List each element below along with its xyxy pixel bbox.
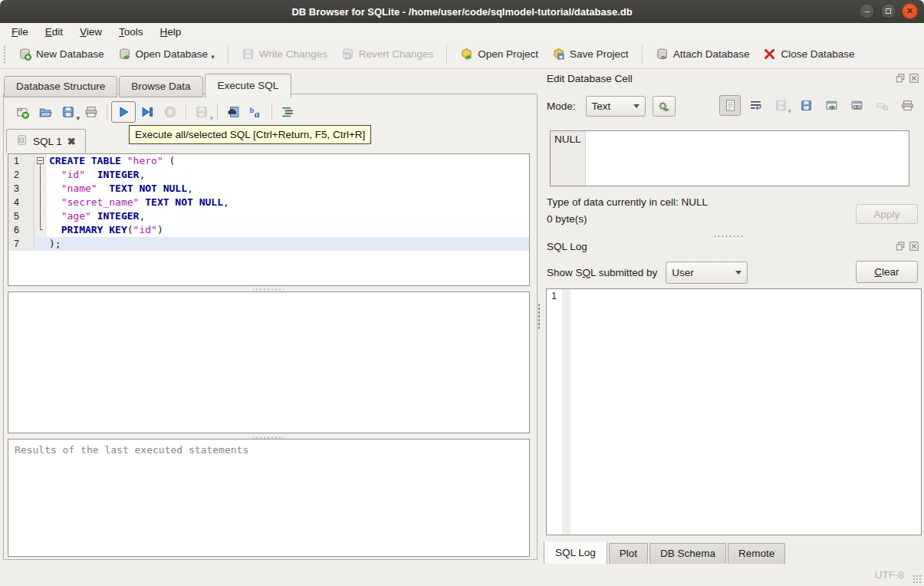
- execute-all-sql-button[interactable]: [111, 101, 136, 123]
- fold-marker[interactable]: [35, 154, 47, 168]
- titlebar[interactable]: DB Browser for SQLite - /home/user/code/…: [0, 0, 924, 23]
- menu-view[interactable]: View: [71, 25, 110, 39]
- toolbar-separator: [217, 104, 218, 120]
- save-as-icon: [800, 99, 813, 112]
- open-project-button[interactable]: Open Project: [453, 44, 545, 64]
- new-database-icon: [18, 48, 31, 61]
- toolbar-drag-handle[interactable]: [3, 45, 7, 64]
- sql-new-tab-icon: [15, 105, 29, 119]
- set-as-null-button: [871, 95, 893, 116]
- chevron-down-icon: ▾: [788, 107, 791, 115]
- dock-splitter[interactable]: [713, 235, 744, 239]
- cell-editor: NULL: [550, 130, 909, 186]
- bottom-tab-plot[interactable]: Plot: [609, 543, 648, 565]
- save-project-button[interactable]: Save Project: [545, 44, 636, 64]
- tab-browse-data[interactable]: Browse Data: [119, 76, 202, 97]
- close-dock-icon[interactable]: [909, 73, 919, 86]
- window-title: DB Browser for SQLite - /home/user/code/…: [291, 6, 632, 18]
- menu-help[interactable]: Help: [152, 25, 190, 39]
- sql-tab-doc-icon: [16, 134, 28, 148]
- sql-stop-icon: [163, 105, 177, 119]
- main-toolbar: New DatabaseOpen Database▾Write ChangesR…: [0, 40, 924, 69]
- toolbar-button-label: Close Database: [781, 48, 854, 60]
- fold-marker: [35, 209, 47, 223]
- import-from-file-button: ▾: [770, 95, 791, 116]
- bottom-tab-remote[interactable]: Remote: [728, 543, 785, 565]
- close-database-button[interactable]: Close Database: [756, 44, 861, 64]
- open-database-button[interactable]: Open Database▾: [111, 44, 222, 64]
- results-pane: Results of the last executed statements: [8, 439, 530, 557]
- maximize-button[interactable]: [880, 3, 896, 19]
- print-cell-button[interactable]: [896, 95, 918, 116]
- main-tabs: Database StructureBrowse DataExecute SQL: [4, 73, 293, 97]
- sql-log-dock-buttons: [895, 241, 919, 254]
- toolbar-button-label: Open Project: [478, 48, 538, 60]
- close-button[interactable]: ✕: [902, 3, 918, 19]
- auto-complete-button[interactable]: ba: [245, 101, 268, 123]
- editor-line: 7);: [8, 237, 529, 251]
- find-in-sql-button[interactable]: [222, 101, 245, 123]
- menu-edit[interactable]: Edit: [37, 25, 71, 39]
- bottom-tab-sql-log[interactable]: SQL Log: [544, 542, 607, 565]
- print-cell-icon: [901, 99, 914, 112]
- menu-file[interactable]: File: [3, 25, 37, 39]
- open-in-external-app-button[interactable]: [820, 95, 842, 116]
- close-database-icon: [763, 48, 776, 61]
- sql-editor-tab[interactable]: SQL 1 ✖: [6, 129, 86, 153]
- chevron-down-icon: ▾: [209, 114, 213, 122]
- bottom-tabs: SQL LogPlotDB SchemaRemote: [544, 542, 787, 565]
- right-region: Edit Database Cell Mode: Text ▾ NULL Typ…: [541, 69, 924, 564]
- minimize-button[interactable]: ‒: [859, 3, 875, 19]
- open-sql-file-button[interactable]: [34, 101, 57, 123]
- save-sql-file-button[interactable]: ▾: [57, 101, 80, 123]
- tab-execute-sql[interactable]: Execute SQL: [205, 74, 292, 98]
- edit-cell-dock-buttons: [895, 73, 919, 86]
- sql-editor[interactable]: 1CREATE TABLE "hero" (2 "id" INTEGER,3 "…: [8, 153, 530, 286]
- submitter-select[interactable]: User: [666, 262, 748, 284]
- new-database-button[interactable]: New Database: [12, 44, 111, 64]
- clear-log-button[interactable]: Clear: [856, 261, 918, 283]
- print-sql-button[interactable]: [80, 101, 103, 123]
- toolbar-button-label: Revert Changes: [359, 48, 434, 60]
- format-sql-button[interactable]: [276, 101, 299, 123]
- attach-database-button[interactable]: Attach Database: [649, 44, 757, 64]
- cell-toolbar: ▾: [719, 95, 918, 116]
- open-url-button[interactable]: [846, 95, 867, 116]
- editor-line: 3 "name" TEXT NOT NULL,: [8, 182, 529, 196]
- results-placeholder: Results of the last executed statements: [15, 444, 248, 456]
- mode-select[interactable]: Text: [586, 96, 646, 117]
- toolbar-button-label: Write Changes: [259, 48, 327, 60]
- fold-collapse-icon[interactable]: [37, 157, 44, 164]
- export-window-icon: [825, 99, 838, 112]
- import-data-button[interactable]: [653, 96, 676, 117]
- tooltip: Execute all/selected SQL [Ctrl+Return, F…: [129, 125, 371, 144]
- execute-current-line-button[interactable]: [136, 101, 159, 123]
- word-wrap-button[interactable]: [745, 95, 766, 116]
- editor-line: 2 "id" INTEGER,: [8, 168, 529, 182]
- view-as-text-button[interactable]: [719, 95, 741, 116]
- cell-value-label: NULL: [551, 131, 586, 186]
- line-number: 3: [8, 182, 35, 196]
- float-dock-icon[interactable]: [895, 241, 906, 254]
- sql-log-area[interactable]: 1: [546, 288, 922, 535]
- tab-database-structure[interactable]: Database Structure: [4, 76, 117, 97]
- line-number: 4: [8, 196, 35, 209]
- open-database-icon: [118, 48, 131, 61]
- doc-text-icon: [724, 99, 737, 112]
- new-sql-tab-button[interactable]: [11, 101, 34, 123]
- chevron-down-icon: [735, 271, 742, 275]
- code-line: CREATE TABLE "hero" (: [47, 154, 529, 168]
- close-dock-icon[interactable]: [909, 241, 919, 254]
- edit-area-pane[interactable]: [8, 291, 530, 433]
- code-line: "secret_name" TEXT NOT NULL,: [47, 196, 529, 209]
- code-line: "age" INTEGER,: [47, 209, 529, 223]
- sql-tab-close-icon[interactable]: ✖: [67, 136, 76, 147]
- float-dock-icon[interactable]: [895, 73, 906, 86]
- apply-button[interactable]: Apply: [856, 204, 918, 224]
- menu-tools[interactable]: Tools: [110, 25, 152, 39]
- cell-text-area[interactable]: [586, 131, 909, 186]
- resize-grip[interactable]: [912, 574, 922, 584]
- sql-toolbar: ▾▾ba: [11, 100, 299, 123]
- export-to-file-button[interactable]: [795, 95, 817, 116]
- bottom-tab-db-schema[interactable]: DB Schema: [649, 543, 726, 565]
